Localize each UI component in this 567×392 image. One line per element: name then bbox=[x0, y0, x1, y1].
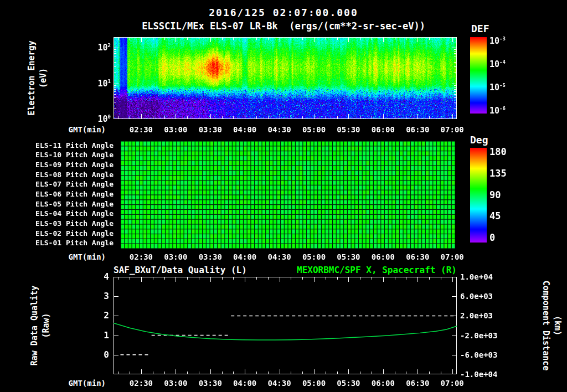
time-tick-quality-02:30: 02:30 bbox=[130, 379, 153, 388]
quality-tick-0: 0 bbox=[104, 350, 109, 360]
time-tick-quality-05:00: 05:00 bbox=[302, 379, 326, 388]
time-tick-pitch-02:30: 02:30 bbox=[130, 252, 153, 261]
deg-cbar-tick-1: 135 bbox=[489, 168, 507, 179]
time-tick-pitch-03:00: 03:00 bbox=[164, 252, 187, 261]
quality-tick-4: 4 bbox=[104, 272, 109, 282]
time-tick-quality-06:30: 06:30 bbox=[406, 379, 429, 388]
distance-tick-0: 1.0e+04 bbox=[460, 272, 493, 281]
time-tick-quality-07:00: 07:00 bbox=[441, 379, 464, 388]
distance-tick-4: -6.0e+03 bbox=[460, 350, 497, 359]
quality-tick-1: 1 bbox=[104, 331, 109, 341]
pitch-row-label-7: ELS-04 Pitch Angle bbox=[35, 210, 114, 218]
pitch-row-label-4: ELS-07 Pitch Angle bbox=[35, 180, 114, 189]
pitch-row-label-2: ELS-09 Pitch Angle bbox=[35, 161, 114, 169]
distance-tick-5: -1.0e+04 bbox=[460, 370, 497, 379]
time-tick-pitch-06:30: 06:30 bbox=[406, 252, 429, 261]
time-tick-quality-04:00: 04:00 bbox=[233, 379, 256, 388]
deg-cbar-tick-2: 90 bbox=[489, 190, 501, 201]
time-tick-spec-04:30: 04:30 bbox=[268, 125, 291, 134]
quality-tick-3: 3 bbox=[104, 291, 109, 301]
def-cbar-tick-0: 10-3 bbox=[489, 36, 506, 46]
distance-tick-2: 2.0e+03 bbox=[460, 311, 493, 320]
time-tick-spec-05:00: 05:00 bbox=[302, 125, 326, 134]
time-tick-quality-06:00: 06:00 bbox=[372, 379, 395, 388]
deg-cbar-tick-3: 45 bbox=[489, 211, 501, 222]
time-tick-pitch-03:30: 03:30 bbox=[199, 252, 222, 261]
def-cbar-tick-1: 10-4 bbox=[489, 59, 506, 69]
time-tick-quality-04:30: 04:30 bbox=[268, 379, 291, 388]
time-tick-spec-03:30: 03:30 bbox=[199, 125, 222, 134]
time-tick-pitch-05:00: 05:00 bbox=[302, 252, 326, 261]
pitch-row-label-9: ELS-02 Pitch Angle bbox=[35, 230, 114, 238]
time-tick-quality-05:30: 05:30 bbox=[337, 379, 360, 388]
time-tick-quality-03:30: 03:30 bbox=[199, 379, 222, 388]
time-tick-pitch-06:00: 06:00 bbox=[372, 252, 395, 261]
pitch-row-label-10: ELS-01 Pitch Angle bbox=[35, 239, 114, 247]
quality-tick-2: 2 bbox=[104, 311, 109, 321]
def-cbar-tick-3: 10-6 bbox=[489, 106, 506, 116]
deg-cbar-tick-0: 180 bbox=[489, 147, 507, 158]
time-tick-pitch-05:30: 05:30 bbox=[337, 252, 360, 261]
time-tick-spec-02:30: 02:30 bbox=[130, 125, 153, 134]
pitch-row-label-1: ELS-10 Pitch Angle bbox=[35, 151, 114, 159]
time-tick-spec-07:00: 07:00 bbox=[441, 125, 464, 134]
distance-tick-3: -2.0e+03 bbox=[460, 331, 497, 340]
time-tick-pitch-04:00: 04:00 bbox=[233, 252, 256, 261]
tick-label-layer: 02:3003:0003:3004:0004:3005:0005:3006:00… bbox=[0, 0, 567, 392]
deg-cbar-tick-4: 0 bbox=[489, 233, 495, 244]
mex-els-summary-plot: 2016/125 02:07:00.000 ELSSCIL/MEx ELS-07… bbox=[0, 0, 567, 392]
time-tick-spec-03:00: 03:00 bbox=[164, 125, 187, 134]
pitch-row-label-3: ELS-08 Pitch Angle bbox=[35, 171, 114, 179]
time-tick-spec-06:00: 06:00 bbox=[372, 125, 395, 134]
pitch-row-label-6: ELS-05 Pitch Angle bbox=[35, 200, 114, 209]
time-tick-spec-06:30: 06:30 bbox=[406, 125, 429, 134]
def-cbar-tick-2: 10-5 bbox=[489, 82, 506, 92]
energy-tick-0: 100 bbox=[98, 114, 111, 124]
pitch-row-label-0: ELS-11 Pitch Angle bbox=[35, 142, 114, 150]
energy-tick-1: 101 bbox=[98, 79, 111, 89]
time-tick-spec-05:30: 05:30 bbox=[337, 125, 360, 134]
energy-tick-2: 102 bbox=[98, 43, 111, 53]
pitch-row-label-8: ELS-03 Pitch Angle bbox=[35, 220, 114, 228]
time-tick-quality-03:00: 03:00 bbox=[164, 379, 187, 388]
time-tick-pitch-04:30: 04:30 bbox=[268, 252, 291, 261]
distance-tick-1: 6.0e+03 bbox=[460, 292, 493, 301]
time-tick-pitch-07:00: 07:00 bbox=[441, 252, 464, 261]
time-tick-spec-04:00: 04:00 bbox=[233, 125, 256, 134]
pitch-row-label-5: ELS-06 Pitch Angle bbox=[35, 190, 114, 199]
